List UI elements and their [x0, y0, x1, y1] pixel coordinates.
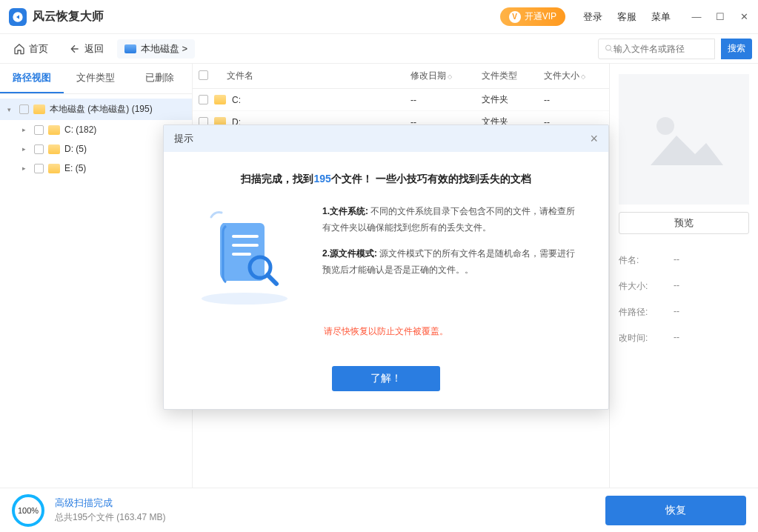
checkbox[interactable] — [34, 125, 44, 135]
modal-title: 提示 — [174, 132, 193, 145]
caret-right-icon: ▸ — [22, 164, 30, 172]
sort-icon: ◇ — [448, 73, 452, 80]
tree-item-label: D: (5) — [64, 144, 87, 154]
folder-icon — [33, 104, 45, 114]
select-all-checkbox[interactable] — [199, 70, 208, 80]
col-size[interactable]: 文件大小◇ — [544, 70, 603, 82]
caret-right-icon: ▸ — [22, 126, 30, 133]
tree-item-label: E: (5) — [64, 163, 86, 173]
checkbox[interactable] — [34, 144, 44, 154]
modal-tips: 1.文件系统: 不同的文件系统目录下会包含不同的文件，请检查所有文件夹以确保能找… — [322, 204, 583, 288]
caret-down-icon: ▾ — [7, 106, 15, 113]
recover-button[interactable]: 恢复 — [605, 496, 746, 525]
vip-badge-icon: V — [509, 11, 521, 23]
folder-icon — [48, 125, 60, 135]
meta-name: 件名:-- — [619, 247, 749, 273]
search-button[interactable]: 搜索 — [721, 39, 752, 59]
minimize-icon[interactable]: — — [691, 12, 702, 22]
file-name: C: — [232, 95, 410, 105]
svg-rect-6 — [232, 253, 251, 256]
tab-deleted[interactable]: 已删除 — [128, 64, 192, 93]
tree-root-label: 本地磁盘 (本地磁盘) (195) — [50, 103, 153, 116]
breadcrumb[interactable]: 本地磁盘 > — [117, 39, 195, 59]
modal-close-icon[interactable]: × — [590, 131, 598, 147]
vip-button[interactable]: V 开通VIP — [500, 7, 565, 26]
image-placeholder-icon — [643, 110, 725, 169]
app-title: 风云恢复大师 — [33, 9, 104, 24]
modal-body: 扫描完成，找到195个文件！ 一些小技巧有效的找到丢失的文档 1.文件系统: 不… — [164, 152, 608, 353]
modal-footer: 了解！ — [164, 353, 608, 409]
menu-link[interactable]: 菜单 — [651, 10, 671, 24]
close-icon[interactable]: ✕ — [739, 12, 749, 22]
found-count: 195 — [313, 173, 330, 184]
ok-button[interactable]: 了解！ — [332, 366, 440, 391]
illustration-icon — [189, 204, 300, 307]
svg-rect-4 — [232, 235, 259, 238]
tree-item-label: C: (182) — [64, 124, 96, 135]
modal: 提示 × 扫描完成，找到195个文件！ 一些小技巧有效的找到丢失的文档 — [163, 124, 609, 410]
tab-file-type[interactable]: 文件类型 — [64, 64, 127, 93]
svg-marker-2 — [651, 136, 723, 165]
status-text: 高级扫描完成 总共195个文件 (163.47 MB) — [55, 496, 165, 524]
home-icon — [13, 43, 25, 55]
meta-path: 件路径:-- — [619, 299, 749, 325]
tip-1: 1.文件系统: 不同的文件系统目录下会包含不同的文件，请检查所有文件夹以确保能找… — [322, 204, 583, 236]
progress-ring: 100% — [12, 494, 44, 527]
svg-rect-5 — [232, 244, 259, 247]
svg-line-8 — [267, 275, 276, 284]
vip-label: 开通VIP — [525, 10, 556, 23]
tree-root[interactable]: ▾ 本地磁盘 (本地磁盘) (195) — [0, 99, 192, 120]
modal-headline: 扫描完成，找到195个文件！ 一些小技巧有效的找到丢失的文档 — [189, 173, 583, 186]
disk-icon — [124, 44, 136, 53]
search-input-wrap[interactable] — [598, 39, 715, 59]
file-row[interactable]: C: -- 文件夹 -- — [193, 89, 609, 111]
file-type: 文件夹 — [482, 93, 544, 106]
status-subtitle: 总共195个文件 (163.47 MB) — [55, 511, 165, 524]
preview-pane: 预览 件名:-- 件大小:-- 件路径:-- 改时间:-- — [610, 64, 758, 488]
modal-header: 提示 × — [164, 125, 608, 152]
tab-path-view[interactable]: 路径视图 — [0, 64, 64, 93]
svg-point-0 — [605, 45, 611, 50]
sort-icon: ◇ — [581, 73, 585, 80]
modal-content: 1.文件系统: 不同的文件系统目录下会包含不同的文件，请检查所有文件夹以确保能找… — [189, 204, 583, 307]
titlebar: 风云恢复大师 V 开通VIP 登录 客服 菜单 — ☐ ✕ — [0, 0, 758, 34]
status-title: 高级扫描完成 — [55, 496, 165, 510]
col-type[interactable]: 文件类型 — [482, 70, 544, 82]
file-date: -- — [410, 95, 482, 105]
bottom-bar: 100% 高级扫描完成 总共195个文件 (163.47 MB) 恢复 — [0, 488, 758, 532]
breadcrumb-label: 本地磁盘 > — [141, 42, 187, 56]
home-button[interactable]: 首页 — [6, 39, 56, 59]
caret-right-icon: ▸ — [22, 145, 30, 153]
modal-warning: 请尽快恢复以防止文件被覆盖。 — [189, 325, 583, 338]
file-size: -- — [544, 95, 603, 105]
file-header: 文件名 修改日期◇ 文件类型 文件大小◇ — [193, 64, 609, 89]
folder-icon — [48, 164, 60, 173]
back-label: 返回 — [84, 42, 104, 56]
support-link[interactable]: 客服 — [617, 10, 636, 24]
app-logo-icon — [9, 8, 27, 26]
tip-2: 2.源文件模式: 源文件模式下的所有文件名是随机命名，需要进行预览后才能确认是否… — [322, 246, 583, 278]
back-button[interactable]: 返回 — [61, 39, 111, 59]
checkbox[interactable] — [34, 164, 44, 173]
home-label: 首页 — [29, 42, 48, 56]
col-filename[interactable]: 文件名 — [221, 70, 410, 82]
svg-point-3 — [202, 293, 287, 305]
col-modified[interactable]: 修改日期◇ — [410, 70, 482, 82]
preview-button[interactable]: 预览 — [619, 212, 749, 234]
checkbox[interactable] — [199, 95, 208, 104]
folder-icon — [214, 95, 226, 104]
sidebar-tabs: 路径视图 文件类型 已删除 — [0, 64, 192, 94]
login-link[interactable]: 登录 — [583, 10, 602, 24]
meta-size: 件大小:-- — [619, 273, 749, 299]
back-icon — [69, 43, 81, 55]
preview-placeholder — [619, 74, 749, 205]
meta-time: 改时间:-- — [619, 325, 749, 351]
toolbar: 首页 返回 本地磁盘 > 搜索 — [0, 34, 758, 64]
folder-icon — [48, 144, 60, 154]
checkbox[interactable] — [19, 104, 29, 114]
search-icon — [605, 44, 614, 53]
svg-point-1 — [656, 117, 674, 135]
search-input[interactable] — [614, 44, 708, 54]
maximize-icon[interactable]: ☐ — [715, 12, 725, 22]
